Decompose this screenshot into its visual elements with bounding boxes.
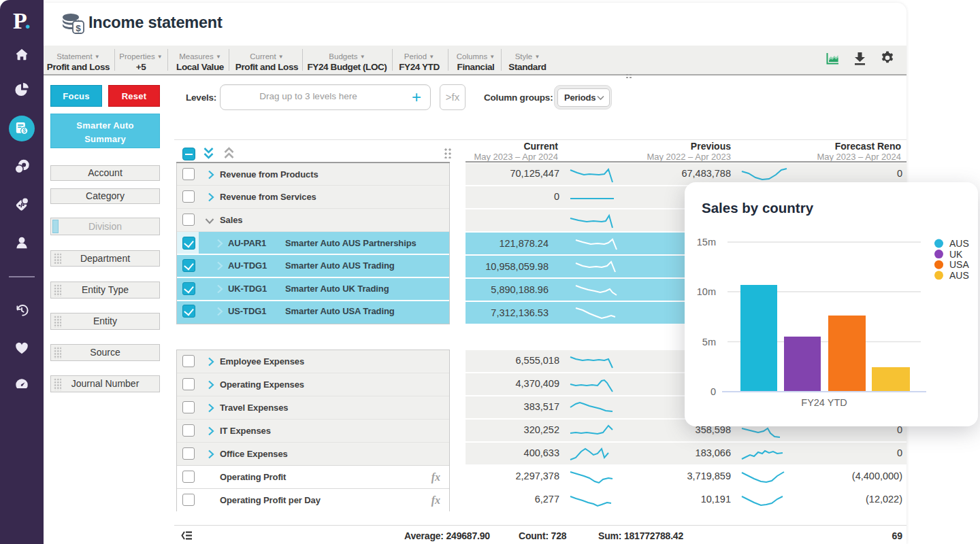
svg-text:$: $ bbox=[23, 128, 27, 134]
svg-text:$: $ bbox=[76, 23, 81, 33]
svg-text:10m: 10m bbox=[697, 286, 716, 297]
svg-text:AUS: AUS bbox=[949, 270, 969, 281]
svg-text:5m: 5m bbox=[702, 337, 716, 347]
svg-text:USA: USA bbox=[949, 259, 969, 270]
svg-text:15m: 15m bbox=[697, 237, 716, 248]
svg-text:UK: UK bbox=[949, 249, 963, 260]
svg-text:0: 0 bbox=[710, 386, 716, 397]
svg-text:AUS: AUS bbox=[949, 238, 969, 249]
svg-text:FY24 YTD: FY24 YTD bbox=[801, 397, 847, 408]
